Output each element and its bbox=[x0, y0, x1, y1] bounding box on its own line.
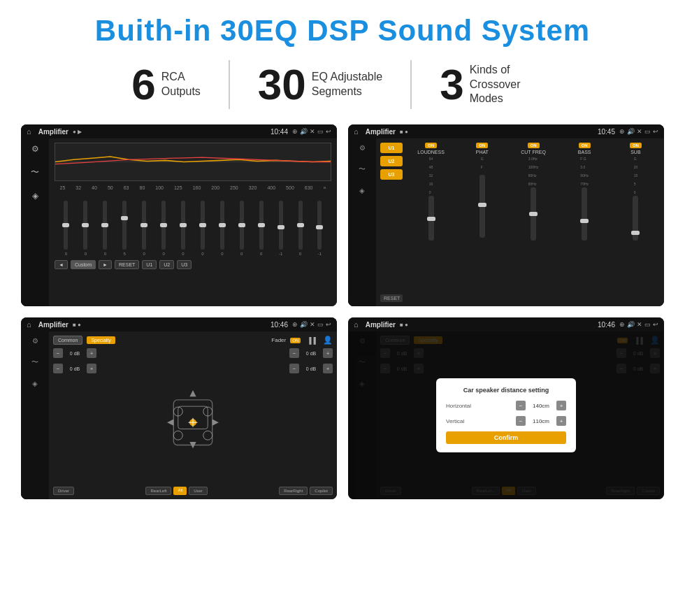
dsp-wave-icon[interactable]: 〜 bbox=[359, 164, 366, 174]
common-btn[interactable]: Common bbox=[53, 336, 82, 345]
eq-bottom-bar: ◄ Custom ► RESET U1 U2 U3 bbox=[55, 260, 331, 269]
dialog-time: 10:46 bbox=[598, 321, 615, 329]
rearleft-btn[interactable]: RearLeft bbox=[145, 487, 171, 495]
db-minus-3[interactable]: − bbox=[289, 348, 299, 358]
eq-slider-13[interactable]: 0 bbox=[291, 201, 309, 256]
dsp-channels: ON LOUDNESS 644832160 ON PHAT bbox=[407, 143, 660, 302]
fader-sliders-icon: ▐▐ bbox=[307, 337, 316, 344]
dsp-loudness-label: LOUDNESS bbox=[417, 150, 445, 155]
db-plus-3[interactable]: + bbox=[323, 348, 333, 358]
back-icon-dialog[interactable]: ↩ bbox=[653, 321, 658, 328]
dsp-cutfreq-on[interactable]: ON bbox=[528, 143, 540, 148]
db-plus-4[interactable]: + bbox=[323, 364, 333, 373]
profile-icon-fader[interactable]: 👤 bbox=[323, 336, 333, 345]
eq-label-630: 630 bbox=[305, 185, 313, 190]
dsp-filter-icon[interactable]: ⚙ bbox=[359, 144, 366, 152]
dsp-reset-btn[interactable]: RESET bbox=[380, 294, 403, 302]
eq-label-500: 500 bbox=[286, 185, 294, 190]
fader-screen-title: Amplifier bbox=[38, 321, 68, 329]
dialog-screen-title: Amplifier bbox=[366, 321, 396, 329]
confirm-button[interactable]: Confirm bbox=[446, 431, 566, 444]
vertical-plus-btn[interactable]: + bbox=[556, 416, 566, 426]
dsp-bass-on[interactable]: ON bbox=[579, 143, 591, 148]
dsp-u1-btn[interactable]: U1 bbox=[380, 143, 403, 153]
dsp-u2-btn[interactable]: U2 bbox=[380, 156, 403, 166]
db-plus-1[interactable]: + bbox=[87, 348, 96, 358]
home-icon-fader[interactable]: ⌂ bbox=[27, 320, 31, 329]
driver-btn[interactable]: Driver bbox=[53, 487, 74, 495]
db-minus-2[interactable]: − bbox=[53, 364, 63, 373]
db-plus-2[interactable]: + bbox=[87, 364, 96, 373]
dsp-sub-slider[interactable]: G201550 bbox=[633, 157, 638, 241]
dsp-speaker-icon[interactable]: ◈ bbox=[359, 187, 365, 194]
dialog-box: Car speaker distance setting Horizontal … bbox=[436, 378, 576, 452]
back-icon-dsp[interactable]: ↩ bbox=[653, 128, 658, 135]
home-icon-dsp[interactable]: ⌂ bbox=[354, 127, 359, 136]
eq-slider-8[interactable]: 0 bbox=[194, 201, 211, 256]
eq-slider-7[interactable]: 0 bbox=[175, 201, 192, 256]
eq-slider-10[interactable]: 0 bbox=[233, 201, 250, 256]
eq-slider-4[interactable]: 5 bbox=[116, 201, 134, 256]
eq-custom-btn[interactable]: Custom bbox=[71, 260, 96, 269]
eq-play-btn[interactable]: ► bbox=[99, 260, 112, 269]
fader-wave-icon[interactable]: 〜 bbox=[31, 357, 38, 367]
db-minus-4[interactable]: − bbox=[289, 364, 299, 373]
eq-slider-2[interactable]: 0 bbox=[77, 201, 94, 256]
eq-speaker-icon[interactable]: ◈ bbox=[32, 191, 38, 201]
dsp-u3-btn[interactable]: U3 bbox=[380, 169, 403, 180]
eq-u2-btn[interactable]: U2 bbox=[159, 260, 174, 269]
all-btn[interactable]: All bbox=[173, 487, 187, 495]
db-control-1: − 0 dB + bbox=[53, 348, 96, 358]
eq-u3-btn[interactable]: U3 bbox=[177, 260, 192, 269]
eq-slider-3[interactable]: 0 bbox=[96, 201, 114, 256]
eq-slider-14[interactable]: -1 bbox=[311, 201, 329, 256]
dsp-cutfreq-label: CUT FREQ bbox=[521, 150, 546, 155]
fader-status-dots: ■ ● bbox=[73, 322, 81, 328]
eq-label-25: 25 bbox=[60, 185, 66, 190]
dsp-cutfreq-slider[interactable]: 3.0Hz100Hz80Hz60Hz bbox=[528, 157, 538, 241]
eq-label-160: 160 bbox=[193, 185, 201, 190]
home-icon-dialog[interactable]: ⌂ bbox=[354, 320, 359, 329]
db-value-3: 0 dB bbox=[301, 351, 321, 356]
dsp-loudness-on[interactable]: ON bbox=[425, 143, 437, 148]
dsp-loudness-slider[interactable]: 644832160 bbox=[428, 157, 434, 241]
fader-filter-icon[interactable]: ⚙ bbox=[32, 337, 38, 345]
vertical-minus-btn[interactable]: − bbox=[516, 416, 526, 426]
dsp-phat-label: PHAT bbox=[476, 150, 489, 155]
user-btn[interactable]: User bbox=[189, 487, 208, 495]
eq-slider-11[interactable]: 0 bbox=[252, 201, 270, 256]
location-icon-eq: ⊕ bbox=[292, 128, 298, 135]
eq-filter-icon[interactable]: ⚙ bbox=[31, 144, 39, 154]
home-icon-eq[interactable]: ⌂ bbox=[27, 127, 31, 136]
dsp-sub-on[interactable]: ON bbox=[630, 143, 642, 148]
eq-slider-12[interactable]: -1 bbox=[272, 201, 289, 256]
eq-slider-5[interactable]: 0 bbox=[136, 201, 153, 256]
back-icon-fader[interactable]: ↩ bbox=[326, 321, 331, 328]
eq-slider-1[interactable]: 0 bbox=[57, 201, 75, 256]
eq-slider-6[interactable]: 0 bbox=[155, 201, 173, 256]
eq-reset-btn[interactable]: RESET bbox=[115, 260, 139, 269]
eq-u1-btn[interactable]: U1 bbox=[142, 260, 157, 269]
eq-label-400: 400 bbox=[267, 185, 275, 190]
stat-eq-number: 30 bbox=[258, 63, 306, 106]
fader-speaker-icon[interactable]: ◈ bbox=[32, 380, 38, 387]
car-svg bbox=[161, 374, 224, 458]
eq-slider-9[interactable]: 0 bbox=[213, 201, 231, 256]
specialty-btn[interactable]: Specialty bbox=[87, 336, 115, 344]
stat-rca-number: 6 bbox=[131, 63, 155, 106]
horizontal-plus-btn[interactable]: + bbox=[556, 401, 566, 410]
horizontal-minus-btn[interactable]: − bbox=[516, 401, 526, 410]
back-icon-eq[interactable]: ↩ bbox=[326, 128, 331, 135]
fader-sidebar: ⚙ 〜 ◈ bbox=[21, 331, 49, 499]
eq-expand-icon[interactable]: » bbox=[323, 185, 326, 190]
dsp-phat-on[interactable]: ON bbox=[476, 143, 488, 148]
eq-prev-btn[interactable]: ◄ bbox=[55, 260, 68, 269]
eq-wave-icon[interactable]: 〜 bbox=[31, 166, 39, 178]
dsp-bass-slider[interactable]: F G3.090Hz70Hz bbox=[580, 157, 589, 241]
eq-status-icons: ⊕ 🔊 ✕ ▭ ↩ bbox=[292, 128, 331, 135]
fader-on-badge[interactable]: ON bbox=[290, 338, 301, 343]
copilot-btn[interactable]: Copilot bbox=[310, 487, 333, 495]
db-minus-1[interactable]: − bbox=[53, 348, 63, 358]
dsp-phat-slider[interactable]: GF bbox=[480, 157, 485, 241]
rearright-btn[interactable]: RearRight bbox=[279, 487, 308, 495]
